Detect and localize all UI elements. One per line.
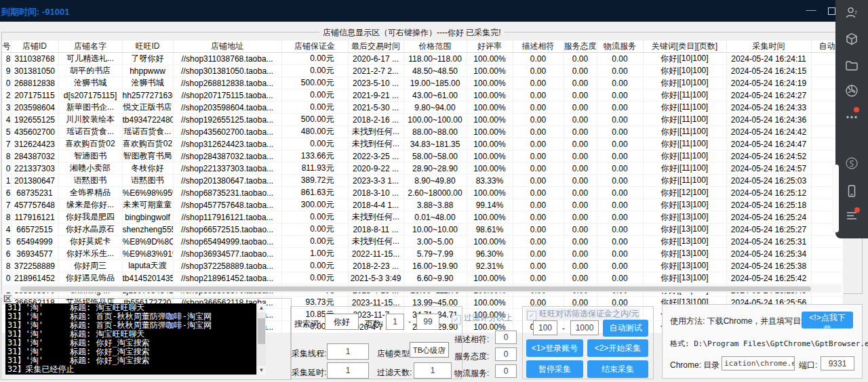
vertical-scrollbar-thumb[interactable]	[833, 165, 839, 232]
column-header[interactable]: 服务态度	[564, 41, 597, 53]
table-row[interactable]: 636934577你好米乐生...%E9%83%91%E...//shop369…	[2, 248, 843, 260]
table-cell: 100.00%	[467, 126, 513, 138]
scroll-up-icon[interactable]: ▲	[257, 303, 266, 312]
table-cell: %E8%9D%8C%E...	[122, 236, 173, 248]
log-console[interactable]: 31】'淘'标题: 淘宝旺旺聊天31】'淘'标题: 首页-秋秋周董防弹咖啡-淘宝…	[5, 303, 266, 375]
table-row[interactable]: 7457757648缘来是你好...未来可期童童//shop457757648.…	[2, 199, 843, 211]
minimize-button[interactable]: —	[803, 1, 819, 18]
deposit-min-input[interactable]	[533, 320, 557, 335]
table-row[interactable]: 4192655125川川胶装绘本tb493472248053//shop1926…	[2, 114, 843, 126]
table-row[interactable]: 0268812838沧狮书城沧狮书城//shop268812838.taoba.…	[2, 77, 843, 89]
column-header[interactable]: 最后交易时间	[348, 41, 403, 53]
page-from-input[interactable]	[386, 314, 404, 330]
table-row[interactable]: 8311038768可儿精选礼...了呀你好//shop311038768.ta…	[2, 53, 843, 65]
column-header[interactable]: 好评率	[467, 41, 513, 53]
table-row[interactable]: 0221337303湘赣小卖部冬枝你好//shop221337303.taoba…	[2, 163, 843, 175]
console-scrollbar[interactable]: ▲ ▼	[256, 303, 266, 375]
shop-type-select[interactable]: TB心级店 ∨	[410, 342, 449, 358]
delay-input[interactable]	[327, 362, 369, 379]
table-row[interactable]: 8117916121你好我是肥四bingbingwolf//shop117916…	[2, 211, 843, 224]
deposit-max-input[interactable]	[570, 320, 599, 335]
column-header[interactable]: 关键词[类目][页数]	[643, 41, 726, 53]
table-row[interactable]: 5435602700瑶诺百货食...瑶诺百货食...//shop43560270…	[2, 126, 843, 138]
column-header[interactable]: 店铺ID	[11, 41, 58, 53]
wangwang-filter-checkbox[interactable]: ✓旺旺对话筛选保证金之内/元	[526, 308, 640, 320]
table-cell: //shop435602700.taoba...	[173, 126, 281, 138]
column-header[interactable]: 号	[2, 41, 11, 53]
table-row[interactable]: 466572515你好水晶原石shenzheng5555//shop665725…	[2, 224, 843, 236]
table-cell: tb4145201435	[122, 272, 173, 284]
table-cell: 0.00	[564, 187, 597, 199]
table-row[interactable]: 0218961452你好遇见饰品tb4145201435//shop218961…	[2, 272, 843, 284]
column-header[interactable]: 描述相符	[513, 41, 564, 53]
download-chrome-button[interactable]: <!>点我下载	[802, 312, 853, 328]
scroll-down-icon[interactable]: ▼	[257, 366, 266, 375]
table-cell: 96.30%	[467, 248, 513, 260]
score-filter-checkbox[interactable]: ✓过滤评分以上	[450, 312, 514, 324]
search-input[interactable]	[325, 314, 359, 330]
table-cell: 0.00	[564, 65, 597, 77]
column-header[interactable]: 采集时间	[726, 41, 811, 53]
table-row[interactable]: 8284387032智遖图书智图教育书局//shop284387032.taob…	[2, 150, 843, 163]
port-input[interactable]	[821, 356, 854, 370]
aperture-icon[interactable]	[844, 83, 859, 98]
login-account-button[interactable]: <1>登录账号	[526, 339, 583, 357]
table-cell: 100.00%	[467, 114, 513, 126]
table-row[interactable]: 1201380647语黙图书语黙图书//shop201380647.taoba.…	[2, 175, 843, 187]
user-icon[interactable]	[844, 5, 859, 20]
page-range-dash: -	[408, 317, 411, 326]
table-row[interactable]: 8372258889你好周三laputa天渡//shop372258889.ta…	[2, 260, 843, 272]
table-cell: 10.00~10.00	[403, 224, 467, 236]
table-cell: 301381050	[11, 65, 58, 77]
link-icon[interactable]	[844, 156, 859, 171]
table-cell: 0.00元	[281, 102, 348, 114]
more-icon[interactable]	[844, 108, 859, 123]
column-header[interactable]: 店铺保证金	[281, 41, 348, 53]
folder-icon[interactable]	[844, 58, 859, 73]
menu-icon[interactable]	[844, 207, 859, 222]
horizontal-scrollbar[interactable]	[3, 285, 842, 293]
stop-collect-button[interactable]: 结束采集	[587, 360, 648, 378]
filter-days-input[interactable]	[414, 362, 452, 379]
desc-score-input[interactable]	[495, 331, 517, 344]
column-header[interactable]: 物流服务	[597, 41, 643, 53]
table-row[interactable]: 3203598604新華图书企...悦文正版书店//shop203598604.…	[2, 102, 843, 114]
auto-test-button[interactable]: 自动测试	[603, 320, 648, 337]
column-header[interactable]: 店铺地址	[173, 41, 281, 53]
table-cell: 2022-3-25 ...	[348, 150, 403, 163]
table-header-row[interactable]: 号店铺ID店铺名字旺旺ID店铺地址店铺保证金最后交易时间价格范围好评率描述相符服…	[2, 41, 843, 53]
column-header[interactable]: 店铺名字	[58, 41, 122, 53]
table-cell: 0.00	[513, 175, 564, 187]
threads-input[interactable]	[327, 343, 369, 360]
table-row[interactable]: 7312624423喜欢购百货02喜欢购百货02//shop312624423.…	[2, 138, 843, 150]
table-cell	[811, 260, 843, 272]
column-header[interactable]: 价格范围	[403, 41, 467, 53]
column-header[interactable]: 旺旺ID	[122, 41, 173, 53]
horizontal-scrollbar-thumb[interactable]	[20, 286, 811, 291]
table-row[interactable]: 9301381050胡平的书店hhppwww//shop301381050.ta…	[2, 65, 843, 77]
table-cell: 2024-05-24 16:25:24	[726, 211, 811, 224]
table-cell: 0.00	[564, 53, 597, 65]
table-cell: 284387032	[11, 150, 58, 163]
table-cell: 0.00	[513, 150, 564, 163]
table-row[interactable]: 2207175115d[s207175115]hh2577271636//sho…	[2, 89, 843, 102]
table-cell: 0.00	[597, 260, 643, 272]
service-score-input[interactable]	[495, 347, 517, 361]
table-cell: 悦文正版书店	[122, 102, 173, 114]
table-row[interactable]: 668735231全饰界精品%E6%98%95%E...//shop687352…	[2, 187, 843, 199]
table-cell: 0.00	[597, 77, 643, 89]
logistics-score-input[interactable]	[495, 364, 517, 378]
table-cell: 2024-05-24 16:24:52	[726, 150, 811, 163]
cube-icon[interactable]	[844, 32, 859, 47]
table-cell: 6	[2, 187, 11, 199]
maximize-button[interactable]	[828, 7, 835, 15]
console-scrollbar-thumb[interactable]	[258, 318, 265, 344]
page-to-input[interactable]	[416, 314, 439, 330]
phone-icon[interactable]	[844, 184, 859, 198]
start-collect-button[interactable]: <2>开始采集	[587, 339, 648, 357]
table-row[interactable]: 565494999你好莫妮卡%E8%9D%8C%E...//shop654949…	[2, 236, 843, 248]
chrome-path-input[interactable]	[722, 356, 795, 370]
table-cell: 372258889	[11, 260, 58, 272]
pause-collect-button[interactable]: 暂停采集	[526, 360, 583, 378]
table-cell: 0.00	[513, 187, 564, 199]
